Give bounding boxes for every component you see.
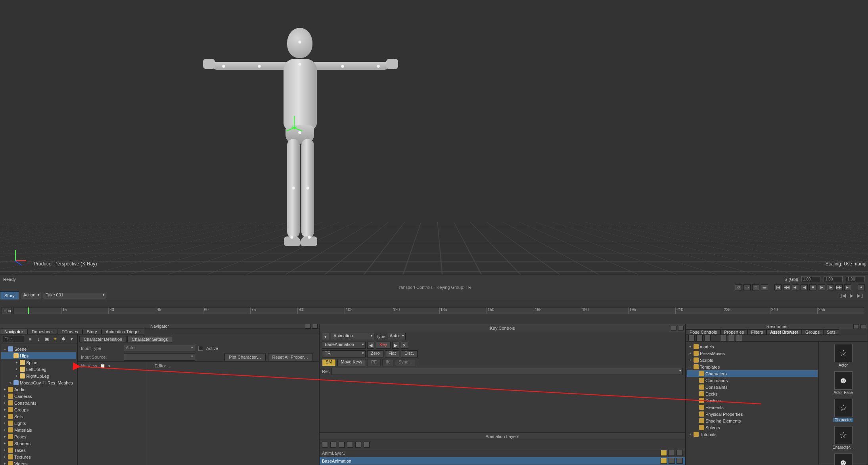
merge-layer-icon[interactable]	[355, 442, 361, 448]
expand-icon[interactable]: +	[3, 428, 7, 432]
tree-item-scene[interactable]: −Scene	[1, 346, 76, 352]
options-layer-icon[interactable]	[364, 442, 370, 448]
key-type-dropdown[interactable]: Auto	[387, 333, 406, 340]
tree-item-sets[interactable]: +Sets	[1, 413, 76, 420]
joint-head[interactable]	[298, 40, 301, 44]
play-back-icon[interactable]: ◀	[801, 284, 808, 290]
tree-item-models[interactable]: +models	[687, 343, 818, 350]
tree-item-audio[interactable]: +Audio	[1, 386, 76, 393]
tr-dropdown[interactable]: TR	[322, 350, 366, 357]
expand-icon[interactable]: −	[3, 347, 7, 351]
joint-rknee[interactable]	[306, 186, 309, 190]
zero-button[interactable]: Zero	[367, 350, 383, 357]
bulb-icon[interactable]: ☀	[52, 336, 58, 342]
record-icon[interactable]: ●	[858, 284, 865, 290]
timeline-track-label[interactable]: ction	[2, 307, 12, 314]
input-type-dropdown[interactable]: Actor	[124, 345, 195, 352]
timeline[interactable]: ction 1530456075901051201351501651801952…	[0, 300, 868, 324]
expand-icon[interactable]: +	[8, 381, 12, 385]
asset-preview-character-[interactable]: ☻Character…	[820, 453, 866, 465]
goto-end-icon[interactable]: ▶|	[844, 284, 851, 290]
mute-layer-icon[interactable]	[339, 442, 345, 448]
tree-item-scripts[interactable]: +Scripts	[687, 357, 818, 363]
tree-item-constraints[interactable]: Constraints	[687, 384, 818, 390]
expand-icon[interactable]: ↕	[36, 336, 42, 342]
list-icon[interactable]: ≡	[27, 336, 33, 342]
tree-item-decks[interactable]: Decks	[687, 390, 818, 397]
refresh-icon[interactable]	[736, 335, 742, 341]
disc-button[interactable]: Disc.	[401, 350, 418, 357]
ik-button[interactable]: IK	[382, 359, 393, 366]
tree-item-characters[interactable]: Characters	[687, 370, 818, 377]
tab-groups[interactable]: Groups	[802, 329, 823, 335]
tree-item-elements[interactable]: Elements	[687, 404, 818, 411]
play-icon[interactable]: ▶	[818, 284, 825, 290]
loop-toggle-icon[interactable]: ⟲	[735, 284, 742, 290]
step-back-icon[interactable]: ◀◀	[783, 284, 790, 290]
delete-key-icon[interactable]: ✕	[401, 342, 408, 349]
expand-icon[interactable]: +	[15, 374, 19, 378]
sync-button[interactable]: Sync…	[395, 359, 416, 366]
flat-button[interactable]: Flat	[385, 350, 399, 357]
character-mesh[interactable]	[198, 12, 404, 258]
tab-sets[interactable]: Sets	[823, 329, 839, 335]
expand-icon[interactable]: +	[688, 358, 692, 362]
asset-preview-actor[interactable]: ☆Actor	[820, 344, 866, 367]
tree-item-prevismoves[interactable]: +PrevisMoves	[687, 350, 818, 357]
collapse-icon[interactable]: ▾	[322, 333, 329, 340]
prev-key-icon[interactable]: ▯◀	[839, 292, 846, 299]
play-story-icon[interactable]: ▶	[848, 292, 855, 299]
tab-character-settings[interactable]: Character Settings	[127, 336, 172, 342]
scale-z-input[interactable]	[846, 276, 865, 282]
expand-icon[interactable]: +	[3, 462, 7, 465]
input-source-dropdown[interactable]	[124, 354, 195, 361]
scene-tree[interactable]: −Scene−Hips+Spine+LeftUpLeg+RightUpLeg+M…	[0, 344, 77, 465]
reset-properties-button[interactable]: Reset All Proper…	[268, 353, 312, 361]
expand-icon[interactable]: +	[15, 361, 19, 365]
delete-layer-icon[interactable]	[330, 442, 336, 448]
panel-lock-icon[interactable]	[305, 324, 310, 329]
scale-x-input[interactable]	[801, 276, 820, 282]
view-large-icon[interactable]	[728, 335, 734, 341]
asset-preview-character-[interactable]: ☆Character…	[820, 426, 866, 450]
sm-button[interactable]: SM	[322, 359, 336, 366]
expand-icon[interactable]: +	[3, 435, 7, 439]
playhead[interactable]	[28, 307, 29, 314]
active-checkbox[interactable]	[198, 346, 203, 351]
gear-icon[interactable]: ✱	[60, 336, 66, 342]
joint-larm2[interactable]	[222, 65, 225, 68]
tree-item-devices[interactable]: Devices	[687, 397, 818, 404]
tree-item-cameras[interactable]: +Cameras	[1, 393, 76, 400]
panel-lock-icon[interactable]	[853, 324, 859, 329]
tree-item-leftupleg[interactable]: +LeftUpLeg	[1, 366, 76, 373]
solo-layer-icon[interactable]	[347, 442, 353, 448]
joint-rarm1[interactable]	[341, 65, 344, 68]
tree-item-constraints[interactable]: +Constraints	[1, 400, 76, 406]
tree-item-rightupleg[interactable]: +RightUpLeg	[1, 373, 76, 379]
tree-item-poses[interactable]: +Poses	[1, 433, 76, 440]
view-small-icon[interactable]	[720, 335, 726, 341]
tab-navigator[interactable]: Navigator	[0, 329, 27, 334]
layer-lock-icon[interactable]	[676, 450, 683, 456]
expand-icon[interactable]: +	[3, 455, 7, 459]
expand-icon[interactable]: −	[688, 365, 692, 369]
next-key-icon[interactable]: ▶▯	[857, 292, 863, 299]
expand-icon[interactable]: +	[3, 421, 7, 425]
layer-mute-icon[interactable]	[661, 450, 667, 456]
prev-key-icon[interactable]: ◀	[367, 342, 374, 349]
ref-dropdown[interactable]	[331, 368, 683, 375]
asset-preview-character[interactable]: ☆Character	[820, 399, 866, 422]
expand-icon[interactable]: +	[3, 408, 7, 412]
frame-fwd-icon[interactable]: |▶	[827, 284, 834, 290]
joint-rankle[interactable]	[308, 236, 311, 239]
expand-icon[interactable]: −	[8, 354, 12, 358]
chevron-down-icon[interactable]: ▾	[108, 363, 111, 368]
expand-icon[interactable]: +	[3, 442, 7, 446]
expand-icon[interactable]: +	[3, 415, 7, 419]
tab-fcurves[interactable]: FCurves	[57, 329, 82, 334]
move-keys-button[interactable]: Move Keys	[337, 359, 366, 366]
animation-scope-dropdown[interactable]: Animation	[331, 333, 374, 340]
navigator-filter-input[interactable]	[3, 336, 25, 342]
layer-solo-icon[interactable]	[669, 458, 675, 464]
tab-pose-controls[interactable]: Pose Controls	[686, 329, 720, 335]
